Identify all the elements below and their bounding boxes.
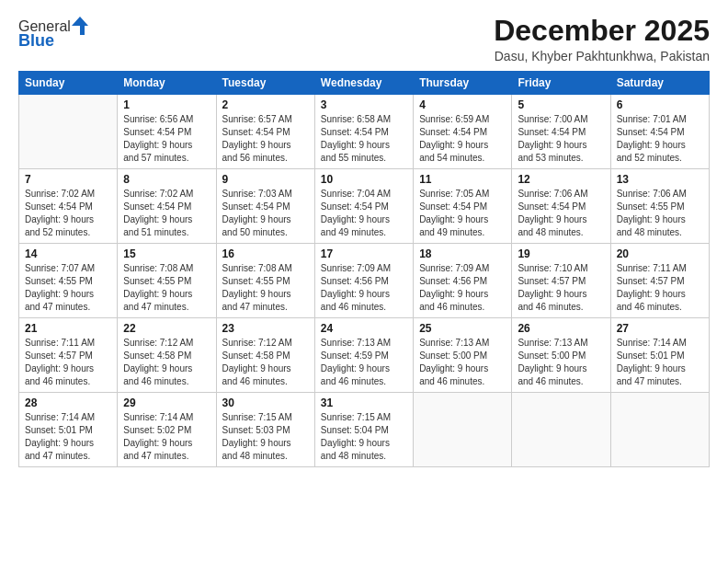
day-number: 7 [25, 173, 111, 186]
day-number: 12 [518, 173, 604, 186]
table-row: 22Sunrise: 7:12 AMSunset: 4:58 PMDayligh… [118, 318, 216, 393]
table-row: 28Sunrise: 7:14 AMSunset: 5:01 PMDayligh… [19, 393, 118, 467]
month-title: December 2025 [494, 15, 710, 47]
table-row: 17Sunrise: 7:09 AMSunset: 4:56 PMDayligh… [314, 244, 413, 318]
day-detail: Sunrise: 7:11 AMSunset: 4:57 PMDaylight:… [25, 337, 111, 388]
day-number: 5 [518, 98, 604, 111]
logo: General Blue [18, 18, 88, 51]
day-detail: Sunrise: 7:12 AMSunset: 4:58 PMDaylight:… [222, 337, 309, 388]
table-row: 25Sunrise: 7:13 AMSunset: 5:00 PMDayligh… [414, 318, 512, 393]
day-detail: Sunrise: 7:04 AMSunset: 4:54 PMDaylight:… [321, 188, 407, 239]
table-row: 5Sunrise: 7:00 AMSunset: 4:54 PMDaylight… [512, 95, 610, 169]
week-row-0: 1Sunrise: 6:56 AMSunset: 4:54 PMDaylight… [19, 95, 710, 169]
table-row: 3Sunrise: 6:58 AMSunset: 4:54 PMDaylight… [314, 95, 413, 169]
table-row: 30Sunrise: 7:15 AMSunset: 5:03 PMDayligh… [216, 393, 314, 467]
day-number: 25 [419, 322, 506, 335]
page: General Blue December 2025 Dasu, Khyber … [0, 0, 728, 563]
day-number: 8 [123, 173, 210, 186]
day-number: 30 [222, 396, 309, 409]
day-detail: Sunrise: 7:02 AMSunset: 4:54 PMDaylight:… [25, 188, 111, 239]
table-row: 11Sunrise: 7:05 AMSunset: 4:54 PMDayligh… [414, 169, 512, 244]
table-row: 24Sunrise: 7:13 AMSunset: 4:59 PMDayligh… [314, 318, 413, 393]
logo-icon [72, 17, 88, 35]
day-number: 27 [617, 322, 703, 335]
day-detail: Sunrise: 7:12 AMSunset: 4:58 PMDaylight:… [123, 337, 210, 388]
day-number: 29 [123, 396, 210, 409]
day-number: 18 [419, 247, 506, 260]
day-number: 26 [518, 322, 604, 335]
day-number: 9 [222, 173, 309, 186]
header-monday: Monday [118, 72, 216, 95]
day-number: 10 [321, 173, 407, 186]
day-number: 24 [321, 322, 407, 335]
day-detail: Sunrise: 7:14 AMSunset: 5:01 PMDaylight:… [617, 337, 703, 388]
day-number: 13 [617, 173, 703, 186]
day-number: 23 [222, 322, 309, 335]
table-row: 18Sunrise: 7:09 AMSunset: 4:56 PMDayligh… [414, 244, 512, 318]
day-number: 4 [419, 98, 506, 111]
day-number: 19 [518, 247, 604, 260]
table-row [19, 95, 118, 169]
table-row: 15Sunrise: 7:08 AMSunset: 4:55 PMDayligh… [118, 244, 216, 318]
header-saturday: Saturday [610, 72, 709, 95]
day-detail: Sunrise: 7:14 AMSunset: 5:02 PMDaylight:… [123, 411, 210, 463]
day-detail: Sunrise: 6:58 AMSunset: 4:54 PMDaylight:… [321, 113, 407, 165]
header-wednesday: Wednesday [314, 72, 413, 95]
table-row: 19Sunrise: 7:10 AMSunset: 4:57 PMDayligh… [512, 244, 610, 318]
week-row-4: 28Sunrise: 7:14 AMSunset: 5:01 PMDayligh… [19, 393, 710, 467]
calendar-header-row: Sunday Monday Tuesday Wednesday Thursday… [19, 72, 710, 95]
header: General Blue December 2025 Dasu, Khyber … [18, 15, 710, 63]
day-detail: Sunrise: 6:59 AMSunset: 4:54 PMDaylight:… [419, 113, 506, 165]
day-number: 28 [25, 396, 111, 409]
day-detail: Sunrise: 7:02 AMSunset: 4:54 PMDaylight:… [123, 188, 210, 239]
day-detail: Sunrise: 6:57 AMSunset: 4:54 PMDaylight:… [222, 113, 309, 165]
table-row: 10Sunrise: 7:04 AMSunset: 4:54 PMDayligh… [314, 169, 413, 244]
day-number: 14 [25, 247, 111, 260]
header-friday: Friday [512, 72, 610, 95]
day-detail: Sunrise: 7:11 AMSunset: 4:57 PMDaylight:… [617, 262, 703, 314]
calendar: Sunday Monday Tuesday Wednesday Thursday… [18, 71, 710, 467]
day-detail: Sunrise: 7:13 AMSunset: 5:00 PMDaylight:… [518, 337, 604, 388]
day-detail: Sunrise: 7:05 AMSunset: 4:54 PMDaylight:… [419, 188, 506, 239]
table-row [610, 393, 709, 467]
day-detail: Sunrise: 7:15 AMSunset: 5:03 PMDaylight:… [222, 411, 309, 463]
table-row: 20Sunrise: 7:11 AMSunset: 4:57 PMDayligh… [610, 244, 709, 318]
table-row: 4Sunrise: 6:59 AMSunset: 4:54 PMDaylight… [414, 95, 512, 169]
table-row: 6Sunrise: 7:01 AMSunset: 4:54 PMDaylight… [610, 95, 709, 169]
day-detail: Sunrise: 7:14 AMSunset: 5:01 PMDaylight:… [25, 411, 111, 463]
day-detail: Sunrise: 7:08 AMSunset: 4:55 PMDaylight:… [123, 262, 210, 314]
day-detail: Sunrise: 7:13 AMSunset: 4:59 PMDaylight:… [321, 337, 407, 388]
table-row: 27Sunrise: 7:14 AMSunset: 5:01 PMDayligh… [610, 318, 709, 393]
day-number: 11 [419, 173, 506, 186]
day-detail: Sunrise: 7:07 AMSunset: 4:55 PMDaylight:… [25, 262, 111, 314]
table-row: 8Sunrise: 7:02 AMSunset: 4:54 PMDaylight… [118, 169, 216, 244]
table-row [414, 393, 512, 467]
table-row: 23Sunrise: 7:12 AMSunset: 4:58 PMDayligh… [216, 318, 314, 393]
table-row: 7Sunrise: 7:02 AMSunset: 4:54 PMDaylight… [19, 169, 118, 244]
table-row: 29Sunrise: 7:14 AMSunset: 5:02 PMDayligh… [118, 393, 216, 467]
day-number: 15 [123, 247, 210, 260]
day-detail: Sunrise: 7:09 AMSunset: 4:56 PMDaylight:… [419, 262, 506, 314]
table-row: 1Sunrise: 6:56 AMSunset: 4:54 PMDaylight… [118, 95, 216, 169]
day-detail: Sunrise: 7:00 AMSunset: 4:54 PMDaylight:… [518, 113, 604, 165]
table-row [512, 393, 610, 467]
table-row: 16Sunrise: 7:08 AMSunset: 4:55 PMDayligh… [216, 244, 314, 318]
day-number: 3 [321, 98, 407, 111]
day-detail: Sunrise: 7:09 AMSunset: 4:56 PMDaylight:… [321, 262, 407, 314]
svg-marker-0 [72, 17, 88, 35]
header-tuesday: Tuesday [216, 72, 314, 95]
week-row-2: 14Sunrise: 7:07 AMSunset: 4:55 PMDayligh… [19, 244, 710, 318]
day-detail: Sunrise: 7:03 AMSunset: 4:54 PMDaylight:… [222, 188, 309, 239]
day-number: 22 [123, 322, 210, 335]
day-number: 21 [25, 322, 111, 335]
day-detail: Sunrise: 7:01 AMSunset: 4:54 PMDaylight:… [617, 113, 703, 165]
day-detail: Sunrise: 7:06 AMSunset: 4:55 PMDaylight:… [617, 188, 703, 239]
day-number: 2 [222, 98, 309, 111]
day-number: 31 [321, 396, 407, 409]
table-row: 2Sunrise: 6:57 AMSunset: 4:54 PMDaylight… [216, 95, 314, 169]
day-number: 6 [617, 98, 703, 111]
table-row: 21Sunrise: 7:11 AMSunset: 4:57 PMDayligh… [19, 318, 118, 393]
table-row: 26Sunrise: 7:13 AMSunset: 5:00 PMDayligh… [512, 318, 610, 393]
day-detail: Sunrise: 7:08 AMSunset: 4:55 PMDaylight:… [222, 262, 309, 314]
day-number: 16 [222, 247, 309, 260]
